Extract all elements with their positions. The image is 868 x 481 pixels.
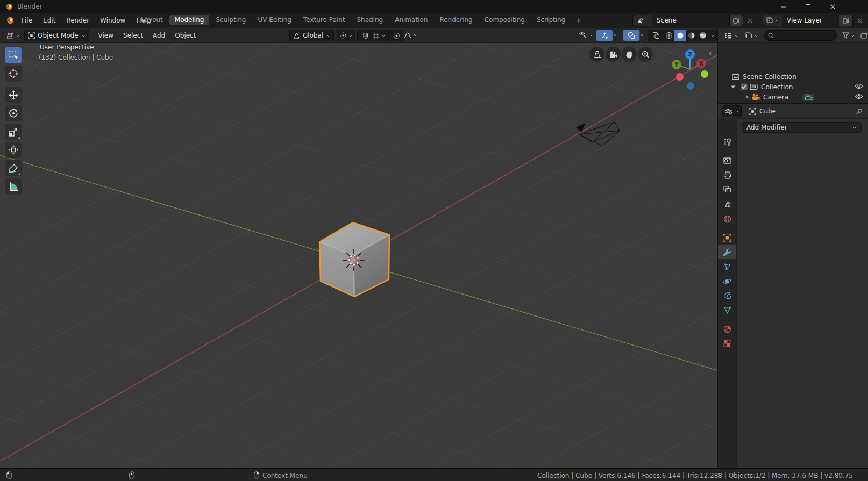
shading-rendered-button[interactable] (697, 30, 708, 41)
tab-texture[interactable] (718, 336, 736, 350)
axis-gizmo: X Y Z (672, 49, 708, 90)
tab-animation[interactable]: Animation (389, 15, 433, 25)
disclosure-triangle-icon[interactable] (731, 85, 736, 89)
visibility-eye-icon[interactable] (855, 83, 863, 89)
chevron-down-icon (754, 34, 758, 37)
scene-browse-button[interactable] (632, 15, 652, 26)
tool-rotate[interactable] (5, 105, 22, 121)
outliner-search-input[interactable] (777, 32, 833, 40)
outliner-display-mode-button[interactable] (743, 30, 760, 41)
view-layer-browse-button[interactable] (763, 15, 782, 26)
menu-window[interactable]: Window (95, 17, 131, 24)
tab-texture-paint[interactable]: Texture Paint (298, 15, 350, 25)
toggle-perspective-button[interactable] (589, 47, 604, 62)
outliner-row-collection[interactable]: Collection (731, 82, 793, 92)
gizmo-dropdown[interactable] (610, 30, 622, 40)
tool-scale[interactable] (5, 124, 22, 140)
tab-world[interactable] (718, 212, 736, 226)
tool-measure[interactable] (5, 178, 22, 195)
blender-menu-logo-icon[interactable] (5, 16, 14, 25)
tab-tool[interactable] (718, 135, 736, 149)
add-workspace-button[interactable]: + (572, 15, 586, 25)
new-collection-button[interactable] (858, 30, 868, 41)
collection-icon (750, 83, 758, 90)
properties-editor-type-button[interactable] (722, 105, 742, 117)
tab-uv-editing[interactable]: UV Editing (252, 15, 297, 25)
tool-select-box[interactable] (5, 47, 22, 63)
tab-modeling[interactable]: Modeling (169, 15, 210, 25)
collection-icon (732, 74, 739, 80)
view-layer-remove-button[interactable] (854, 15, 865, 26)
checkbox-checked-icon[interactable] (741, 83, 748, 90)
outliner-row-scene-collection[interactable]: Scene Collection (732, 71, 796, 82)
scene-unlink-button[interactable] (744, 15, 755, 26)
view-layer-new-button[interactable] (839, 15, 853, 26)
tab-output[interactable] (718, 168, 736, 182)
viewport-menu-object[interactable]: Object (170, 32, 201, 39)
overlays-dropdown[interactable] (637, 30, 649, 40)
proportional-falloff-dropdown[interactable] (401, 30, 420, 40)
lmb-hint (6, 469, 12, 481)
tool-cursor[interactable] (5, 66, 22, 82)
shading-wireframe-button[interactable] (663, 30, 674, 41)
tab-layout[interactable]: Layout (136, 15, 168, 25)
window-title: Blender (17, 3, 42, 10)
shading-solid-button[interactable] (674, 30, 686, 41)
transform-orientation-dropdown[interactable]: Global (289, 30, 334, 41)
tool-annotate[interactable] (5, 160, 22, 176)
maximize-button[interactable] (795, 0, 820, 13)
tab-view-layer[interactable] (718, 183, 736, 197)
tool-transform[interactable] (5, 142, 22, 158)
tab-scene[interactable] (718, 197, 736, 211)
tab-scripting[interactable]: Scripting (531, 15, 571, 25)
close-button[interactable] (820, 0, 845, 13)
tab-object[interactable] (718, 231, 736, 245)
tab-physics[interactable] (718, 274, 736, 288)
tab-sculpting[interactable]: Sculpting (210, 15, 251, 25)
add-modifier-dropdown[interactable]: Add Modifier (742, 122, 862, 133)
editor-type-button[interactable] (3, 30, 22, 41)
menu-edit[interactable]: Edit (38, 17, 61, 24)
scene-name-field[interactable]: Scene (652, 15, 730, 26)
viewport-editor-icon (5, 32, 14, 39)
tab-rendering[interactable]: Rendering (434, 15, 478, 25)
tab-compositing[interactable]: Compositing (479, 15, 530, 25)
viewport-3d[interactable]: X Y Z Object Mode View Select Add (0, 28, 717, 468)
tab-render[interactable] (718, 154, 736, 168)
pin-icon[interactable] (856, 108, 863, 115)
tab-object-data[interactable] (718, 303, 736, 317)
outliner-editor-type-button[interactable] (722, 30, 741, 41)
object-icon (749, 108, 756, 115)
tab-constraints[interactable] (718, 289, 736, 303)
pan-view-button[interactable] (622, 47, 637, 62)
menu-file[interactable]: File (16, 17, 38, 24)
snap-target-dropdown[interactable] (370, 30, 388, 41)
tab-shading[interactable]: Shading (351, 15, 388, 25)
camera-data-icon[interactable] (802, 94, 814, 101)
menu-render[interactable]: Render (61, 17, 95, 24)
viewport-menu-view[interactable]: View (94, 32, 118, 39)
outliner-filter-button[interactable] (840, 30, 857, 41)
region-collapse-arrow[interactable]: ‹ (709, 49, 712, 57)
minimize-button[interactable] (771, 0, 795, 13)
viewport-menu-select[interactable]: Select (118, 32, 148, 39)
outliner-row-camera[interactable]: Camera (746, 92, 814, 102)
chevron-down-icon (326, 34, 330, 37)
scene-new-button[interactable] (730, 15, 743, 26)
chevron-down-icon (710, 34, 715, 37)
tab-material[interactable] (718, 322, 736, 336)
visibility-eye-icon[interactable] (855, 94, 863, 99)
tab-modifiers[interactable] (718, 245, 736, 259)
viewport-menu-add[interactable]: Add (148, 32, 170, 39)
zoom-view-button[interactable] (638, 47, 653, 62)
outliner-search[interactable] (764, 30, 837, 41)
tool-move[interactable] (5, 87, 22, 103)
shading-dropdown[interactable] (708, 30, 716, 41)
view-layer-name-field[interactable]: View Layer (782, 15, 839, 26)
camera-view-button[interactable] (606, 47, 621, 62)
shading-material-button[interactable] (686, 30, 697, 41)
tab-particles[interactable] (718, 260, 736, 274)
pivot-point-dropdown[interactable] (337, 30, 355, 41)
object-visibility-dropdown[interactable] (577, 30, 596, 40)
mode-dropdown[interactable]: Object Mode (24, 30, 89, 41)
